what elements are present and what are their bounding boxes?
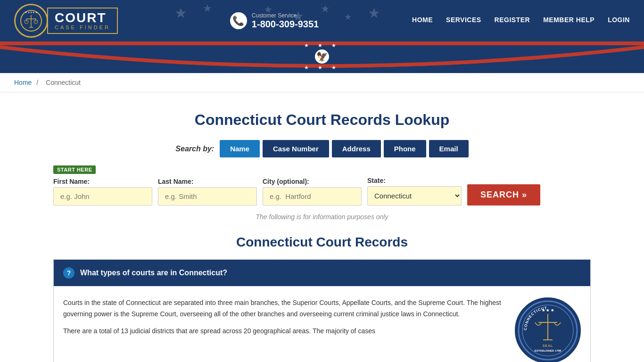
state-select[interactable]: Connecticut California New York Texas (367, 186, 462, 206)
svg-text:SEAL: SEAL (543, 344, 553, 347)
search-by-label: Search by: (175, 145, 214, 153)
start-here-badge: START HERE (53, 165, 591, 177)
eagle-emblem: ★ ★ ★ 🦅 ★ ★ ★ (304, 42, 340, 71)
logo-circle: ★ ★ ★ ★ ★ (14, 4, 48, 38)
faq-item: ? What types of courts are in Connecticu… (53, 259, 591, 362)
ct-seal: CONNECTICUT ★ ★ ★ SE (515, 297, 581, 362)
svg-text:★ ★ ★ ★ ★: ★ ★ ★ ★ ★ (25, 11, 38, 14)
logo[interactable]: ★ ★ ★ ★ ★ COURT CASE FINDER (14, 4, 118, 38)
start-here-text: START HERE (53, 165, 96, 174)
tab-case-number[interactable]: Case Number (263, 140, 329, 157)
tab-name[interactable]: Name (220, 140, 260, 157)
records-section-title: Connecticut Court Records (53, 235, 591, 250)
nav-home[interactable]: HOME (412, 16, 433, 25)
city-group: City (optional): (263, 178, 362, 206)
last-name-label: Last Name: (158, 178, 257, 185)
faq-icon: ? (63, 267, 74, 279)
search-button[interactable]: SEARCH » (467, 184, 540, 206)
first-name-label: First Name: (53, 178, 152, 185)
logo-court-text: COURT (55, 11, 110, 25)
nav-member-help[interactable]: MEMBER HELP (543, 16, 594, 25)
faq-question: What types of courts are in Connecticut? (80, 269, 227, 277)
tab-address[interactable]: Address (332, 140, 381, 157)
svg-text:★ ★ ★: ★ ★ ★ (542, 308, 554, 313)
last-name-group: Last Name: (158, 178, 257, 206)
breadcrumb-separator: / (36, 79, 38, 86)
main-nav: HOME SERVICES REGISTER MEMBER HELP LOGIN (412, 16, 630, 25)
ct-seal-inner: CONNECTICUT ★ ★ ★ SE (517, 300, 578, 361)
search-by-row: Search by: Name Case Number Address Phon… (53, 140, 591, 157)
ct-seal-svg: CONNECTICUT ★ ★ ★ SE (517, 300, 578, 361)
cs-info: Customer Service 1-800-309-9351 (252, 12, 319, 30)
faq-para-1: Courts in the state of Connecticut are s… (63, 297, 505, 320)
nav-login[interactable]: LOGIN (608, 16, 630, 25)
city-label: City (optional): (263, 178, 362, 185)
search-form: First Name: Last Name: City (optional): … (53, 177, 591, 206)
site-header: ★ ★ ★ ★ ★ ★ ★ ★ ★ ★ ★ ★ ★ COU (0, 0, 644, 41)
faq-para-2: There are a total of 13 judicial distric… (63, 326, 505, 337)
ribbon-banner: ★ ★ ★ 🦅 ★ ★ ★ (0, 45, 644, 73)
state-group: State: Connecticut California New York T… (367, 177, 462, 206)
eagle-symbol: 🦅 (315, 49, 329, 64)
phone-icon: 📞 (230, 12, 247, 29)
eagle-stars-top: ★ ★ ★ (304, 42, 340, 49)
tab-phone[interactable]: Phone (384, 140, 426, 157)
first-name-input[interactable] (53, 187, 152, 206)
nav-register[interactable]: REGISTER (495, 16, 530, 25)
tab-email[interactable]: Email (429, 140, 469, 157)
cs-phone: 1-800-309-9351 (252, 19, 319, 30)
page-title: Connecticut Court Records Lookup (53, 111, 591, 129)
faq-body: Courts in the state of Connecticut are s… (54, 286, 590, 362)
info-note: The following is for information purpose… (53, 213, 591, 221)
breadcrumb: Home / Connecticut (0, 73, 644, 92)
last-name-input[interactable] (158, 187, 257, 206)
main-content: Connecticut Court Records Lookup Search … (39, 92, 605, 362)
first-name-group: First Name: (53, 178, 152, 206)
faq-text: Courts in the state of Connecticut are s… (63, 297, 505, 342)
nav-services[interactable]: SERVICES (446, 16, 481, 25)
state-label: State: (367, 177, 462, 184)
logo-text: COURT CASE FINDER (47, 8, 118, 34)
logo-case-finder-text: CASE FINDER (55, 25, 110, 30)
city-input[interactable] (263, 187, 362, 206)
svg-text:ESTABLISHED 1788: ESTABLISHED 1788 (535, 349, 562, 352)
faq-header[interactable]: ? What types of courts are in Connecticu… (54, 260, 590, 286)
customer-service: 📞 Customer Service 1-800-309-9351 (230, 12, 319, 30)
breadcrumb-home[interactable]: Home (14, 79, 32, 86)
eagle-stars-bottom: ★ ★ ★ (304, 65, 340, 71)
cs-label: Customer Service (252, 12, 319, 19)
breadcrumb-current: Connecticut (46, 79, 81, 86)
